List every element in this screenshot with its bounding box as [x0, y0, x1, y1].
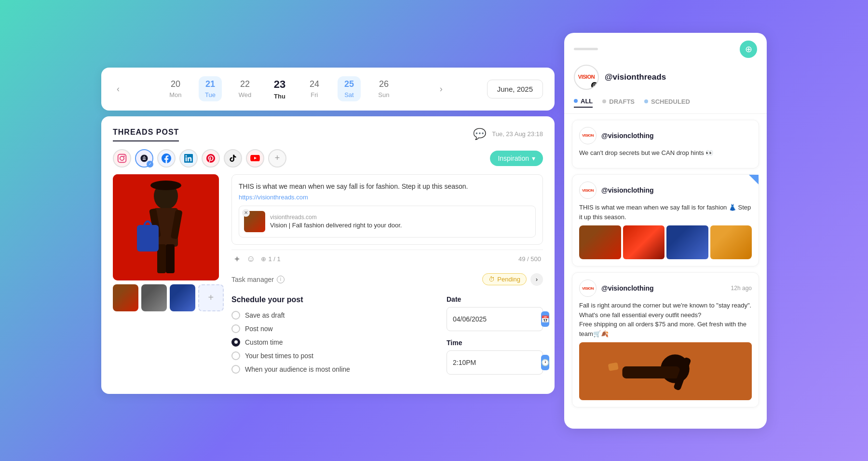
calendar-prev-button[interactable]: ‹ — [113, 82, 123, 96]
time-label: Time — [447, 339, 543, 347]
date-input[interactable] — [453, 315, 537, 323]
right-panel: ⊕ VISION @ @visionthreads ALL DRAFTS SCH… — [564, 33, 767, 429]
calendar-day-26[interactable]: 26 Sun — [372, 76, 395, 101]
threads-check-icon: ✓ — [147, 161, 153, 168]
date-input-group[interactable]: 📅 — [447, 307, 543, 331]
radio-circle-audience — [231, 365, 240, 374]
task-manager-arrow[interactable]: › — [530, 273, 543, 286]
tab-scheduled[interactable]: SCHEDULED — [644, 96, 690, 108]
feed-item-2-header: VISION @visionclothing — [579, 182, 752, 199]
svg-point-11 — [150, 181, 181, 190]
feed-images-grid — [579, 225, 752, 259]
radio-custom-time[interactable]: Custom time — [231, 338, 432, 347]
schedule-title: Schedule your post — [231, 295, 432, 304]
task-manager-text: Task manager — [231, 276, 274, 283]
profile-avatar: VISION @ — [574, 65, 599, 90]
inspiration-label: Inspiration — [498, 154, 529, 162]
facebook-icon[interactable] — [157, 149, 176, 168]
time-input[interactable] — [453, 359, 537, 366]
thumbnail-1[interactable] — [113, 284, 138, 311]
linkedin-icon[interactable] — [179, 149, 198, 168]
feed-grid-img-1 — [579, 225, 621, 259]
post-timestamp: Tue, 23 Aug 23:18 — [492, 130, 543, 138]
add-image-button[interactable]: + — [198, 284, 224, 311]
day-label-21: Tue — [205, 91, 216, 98]
day-label-26: Sun — [378, 91, 389, 98]
radio-best-times[interactable]: Your best times to post — [231, 351, 432, 360]
sparkle-icon[interactable]: ✦ — [233, 254, 241, 265]
instagram-icon[interactable] — [113, 149, 131, 168]
pending-label: Pending — [497, 276, 520, 283]
calendar-day-20[interactable]: 20 Mon — [164, 76, 187, 101]
feed-item-1-header: VISION @visionclothing — [579, 127, 752, 144]
tab-dot-scheduled — [644, 99, 648, 103]
rp-username: @visionthreads — [605, 72, 666, 82]
calendar-day-24[interactable]: 24 Fri — [303, 76, 326, 101]
svg-point-2 — [123, 155, 125, 157]
thumbnail-2[interactable] — [141, 284, 167, 311]
post-footer-icons: ✦ ☺ ⊕ 1 / 1 — [233, 254, 281, 265]
feed-time-3: 12h ago — [731, 285, 752, 292]
add-platform-button[interactable]: + — [268, 149, 286, 168]
tab-dot-all — [574, 99, 578, 103]
calendar-day-22[interactable]: 22 Wed — [233, 76, 257, 101]
svg-rect-14 — [623, 366, 680, 378]
thumbnail-3[interactable] — [170, 284, 195, 311]
post-title: THREADS POST — [113, 128, 179, 141]
tiktok-icon[interactable] — [224, 149, 242, 168]
emoji-icon[interactable]: ☺ — [246, 254, 255, 264]
radio-save-draft[interactable]: Save as draft — [231, 311, 432, 320]
calendar-day-25[interactable]: 25 Sat — [338, 76, 361, 101]
calendar-days: 20 Mon 21 Tue 22 Wed 23 Thu 24 Fri — [164, 75, 395, 103]
youtube-icon[interactable] — [246, 149, 264, 168]
radio-post-now[interactable]: Post now — [231, 324, 432, 333]
day-label-24: Fri — [311, 91, 318, 98]
tab-all[interactable]: ALL — [574, 96, 593, 108]
feed-bottom-image — [579, 342, 752, 400]
close-preview-button[interactable]: ✕ — [242, 209, 250, 217]
calendar-day-23[interactable]: 23 Thu — [268, 75, 291, 103]
task-manager-label: Task manager i — [231, 276, 285, 283]
calendar-day-21[interactable]: 21 Tue — [199, 76, 222, 101]
calendar-next-button[interactable]: › — [436, 82, 447, 96]
inspiration-button[interactable]: Inspiration ▾ — [490, 151, 543, 166]
task-manager-row: Task manager i ⏱ Pending › — [231, 273, 543, 286]
pending-badge: ⏱ Pending — [482, 273, 527, 285]
thread-count-value: 1 / 1 — [268, 255, 280, 263]
main-post-image — [113, 174, 219, 280]
rp-profile: VISION @ @visionthreads — [574, 65, 757, 90]
feed-item-1: VISION @visionclothing We can't drop sec… — [572, 120, 759, 169]
feed-avatar-2: VISION — [579, 182, 597, 199]
rp-tabs: ALL DRAFTS SCHEDULED — [574, 96, 757, 108]
radio-circle-custom — [231, 338, 240, 347]
time-input-group[interactable]: 🕐 — [447, 350, 543, 375]
post-footer: ✦ ☺ ⊕ 1 / 1 49 / 500 — [231, 250, 543, 268]
post-images: + — [113, 174, 224, 382]
tab-label-drafts: DRAFTS — [609, 98, 635, 105]
day-label-20: Mon — [169, 91, 181, 98]
vision-logo: VISION — [578, 74, 595, 80]
link-preview-info: visionthreads.com Vision | Fall fashion … — [270, 214, 402, 229]
radio-audience-online[interactable]: When your audience is most online — [231, 365, 432, 374]
chevron-down-icon: ▾ — [532, 154, 535, 162]
radio-circle-best — [231, 351, 240, 360]
radio-circle-draft — [231, 311, 240, 320]
schedule-left: Schedule your post Save as draft Post no… — [231, 295, 432, 382]
svg-rect-0 — [118, 154, 126, 162]
pinterest-icon[interactable] — [202, 149, 220, 168]
feed-grid-img-2 — [623, 225, 665, 259]
link-preview: ✕ visionthreads.com Vision | Fall fashio… — [239, 206, 536, 237]
thread-count: ⊕ 1 / 1 — [261, 255, 280, 263]
tab-drafts[interactable]: DRAFTS — [602, 96, 635, 108]
post-text-area[interactable]: THIS is what we mean when we say fall is… — [231, 174, 543, 245]
threads-icon[interactable]: ✓ — [135, 149, 153, 168]
post-content: THIS is what we mean when we say fall is… — [231, 174, 543, 382]
zoom-button[interactable]: ⊕ — [740, 41, 757, 58]
feed: VISION @visionclothing We can't drop sec… — [564, 114, 767, 429]
day-number-22: 22 — [240, 79, 250, 89]
post-link: https://visionthreads.com — [239, 194, 536, 201]
time-clock-button[interactable]: 🕐 — [541, 355, 549, 370]
date-calendar-button[interactable]: 📅 — [541, 311, 549, 327]
svg-point-1 — [120, 156, 124, 160]
feed-avatar-3: VISION — [579, 279, 597, 297]
